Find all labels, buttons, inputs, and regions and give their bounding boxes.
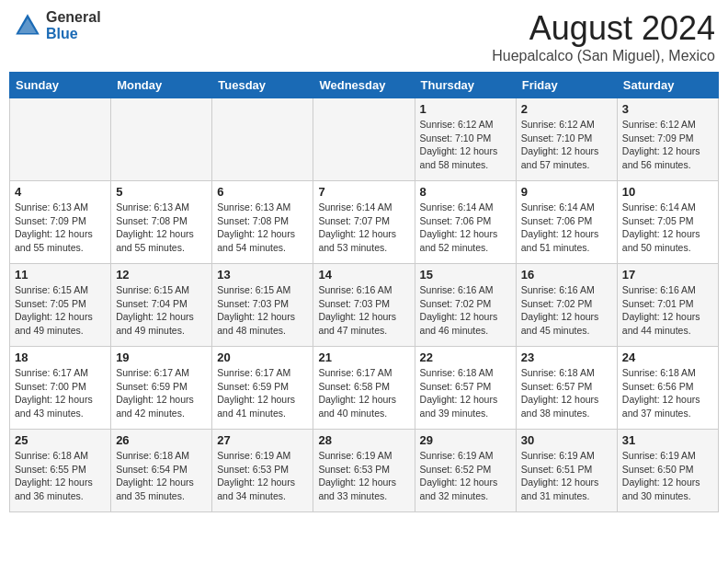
day-number: 4 xyxy=(15,185,106,199)
calendar-week-5: 25Sunrise: 6:18 AM Sunset: 6:55 PM Dayli… xyxy=(10,430,719,512)
day-info: Sunrise: 6:15 AM Sunset: 7:03 PM Dayligh… xyxy=(217,283,308,338)
day-info: Sunrise: 6:14 AM Sunset: 7:06 PM Dayligh… xyxy=(420,201,511,255)
calendar-week-4: 18Sunrise: 6:17 AM Sunset: 7:00 PM Dayli… xyxy=(10,347,719,430)
month-title: August 2024 xyxy=(492,9,715,48)
day-info: Sunrise: 6:12 AM Sunset: 7:10 PM Dayligh… xyxy=(420,118,511,172)
calendar-cell xyxy=(111,98,212,181)
logo-blue-label: Blue xyxy=(46,26,101,42)
day-info: Sunrise: 6:18 AM Sunset: 6:56 PM Dayligh… xyxy=(622,366,713,420)
calendar-week-2: 4Sunrise: 6:13 AM Sunset: 7:09 PM Daylig… xyxy=(10,181,719,264)
day-info: Sunrise: 6:17 AM Sunset: 6:59 PM Dayligh… xyxy=(217,366,308,420)
day-number: 30 xyxy=(521,433,612,447)
day-info: Sunrise: 6:17 AM Sunset: 7:00 PM Dayligh… xyxy=(15,366,106,420)
calendar-cell: 24Sunrise: 6:18 AM Sunset: 6:56 PM Dayli… xyxy=(617,347,718,430)
day-number: 9 xyxy=(521,185,612,199)
calendar-cell: 23Sunrise: 6:18 AM Sunset: 6:57 PM Dayli… xyxy=(516,347,617,430)
logo-icon xyxy=(13,11,42,40)
calendar-cell: 19Sunrise: 6:17 AM Sunset: 6:59 PM Dayli… xyxy=(111,347,212,430)
calendar-cell: 25Sunrise: 6:18 AM Sunset: 6:55 PM Dayli… xyxy=(10,430,111,512)
calendar-cell xyxy=(313,98,415,181)
title-section: August 2024 Huepalcalco (San Miguel), Me… xyxy=(492,9,715,64)
day-number: 11 xyxy=(15,268,106,282)
day-number: 21 xyxy=(318,350,409,364)
day-number: 7 xyxy=(318,185,409,199)
calendar-cell: 27Sunrise: 6:19 AM Sunset: 6:53 PM Dayli… xyxy=(212,430,313,512)
calendar-cell: 14Sunrise: 6:16 AM Sunset: 7:03 PM Dayli… xyxy=(313,264,415,347)
calendar-cell: 18Sunrise: 6:17 AM Sunset: 7:00 PM Dayli… xyxy=(10,347,111,430)
day-number: 15 xyxy=(420,268,511,282)
weekday-header-monday: Monday xyxy=(111,73,212,98)
calendar-cell: 26Sunrise: 6:18 AM Sunset: 6:54 PM Dayli… xyxy=(111,430,212,512)
day-number: 25 xyxy=(15,433,106,447)
weekday-header-saturday: Saturday xyxy=(617,73,718,98)
calendar-cell: 21Sunrise: 6:17 AM Sunset: 6:58 PM Dayli… xyxy=(313,347,415,430)
day-info: Sunrise: 6:13 AM Sunset: 7:09 PM Dayligh… xyxy=(15,201,106,255)
day-info: Sunrise: 6:13 AM Sunset: 7:08 PM Dayligh… xyxy=(116,201,207,255)
day-number: 24 xyxy=(622,350,713,364)
day-number: 16 xyxy=(521,268,612,282)
logo-text: General Blue xyxy=(46,9,101,41)
calendar-cell: 29Sunrise: 6:19 AM Sunset: 6:52 PM Dayli… xyxy=(415,430,516,512)
calendar-cell: 10Sunrise: 6:14 AM Sunset: 7:05 PM Dayli… xyxy=(617,181,718,264)
day-number: 28 xyxy=(318,433,409,447)
calendar-week-3: 11Sunrise: 6:15 AM Sunset: 7:05 PM Dayli… xyxy=(10,264,719,347)
day-info: Sunrise: 6:16 AM Sunset: 7:01 PM Dayligh… xyxy=(622,283,713,338)
day-number: 12 xyxy=(116,268,207,282)
day-number: 13 xyxy=(217,268,308,282)
weekday-header-friday: Friday xyxy=(516,73,617,98)
day-number: 17 xyxy=(622,268,713,282)
day-number: 23 xyxy=(521,350,612,364)
weekday-header-sunday: Sunday xyxy=(10,73,111,98)
day-number: 22 xyxy=(420,350,511,364)
day-number: 5 xyxy=(116,185,207,199)
day-info: Sunrise: 6:19 AM Sunset: 6:50 PM Dayligh… xyxy=(622,449,713,503)
day-info: Sunrise: 6:15 AM Sunset: 7:04 PM Dayligh… xyxy=(116,283,207,338)
calendar-week-1: 1Sunrise: 6:12 AM Sunset: 7:10 PM Daylig… xyxy=(10,98,719,181)
calendar-cell: 12Sunrise: 6:15 AM Sunset: 7:04 PM Dayli… xyxy=(111,264,212,347)
calendar-cell: 9Sunrise: 6:14 AM Sunset: 7:06 PM Daylig… xyxy=(516,181,617,264)
day-info: Sunrise: 6:19 AM Sunset: 6:53 PM Dayligh… xyxy=(217,449,308,503)
weekday-header-wednesday: Wednesday xyxy=(313,73,415,98)
calendar-cell: 11Sunrise: 6:15 AM Sunset: 7:05 PM Dayli… xyxy=(10,264,111,347)
weekday-header-thursday: Thursday xyxy=(415,73,516,98)
day-info: Sunrise: 6:18 AM Sunset: 6:57 PM Dayligh… xyxy=(521,366,612,420)
calendar-cell: 8Sunrise: 6:14 AM Sunset: 7:06 PM Daylig… xyxy=(415,181,516,264)
calendar-cell: 15Sunrise: 6:16 AM Sunset: 7:02 PM Dayli… xyxy=(415,264,516,347)
page-header: General Blue August 2024 Huepalcalco (Sa… xyxy=(9,9,719,64)
day-info: Sunrise: 6:19 AM Sunset: 6:53 PM Dayligh… xyxy=(318,449,409,503)
calendar-cell: 7Sunrise: 6:14 AM Sunset: 7:07 PM Daylig… xyxy=(313,181,415,264)
day-number: 18 xyxy=(15,350,106,364)
day-info: Sunrise: 6:19 AM Sunset: 6:52 PM Dayligh… xyxy=(420,449,511,503)
day-number: 1 xyxy=(420,102,511,116)
day-number: 19 xyxy=(116,350,207,364)
calendar-cell: 20Sunrise: 6:17 AM Sunset: 6:59 PM Dayli… xyxy=(212,347,313,430)
day-number: 2 xyxy=(521,102,612,116)
day-info: Sunrise: 6:15 AM Sunset: 7:05 PM Dayligh… xyxy=(15,283,106,338)
calendar-cell: 16Sunrise: 6:16 AM Sunset: 7:02 PM Dayli… xyxy=(516,264,617,347)
calendar-cell xyxy=(212,98,313,181)
day-number: 20 xyxy=(217,350,308,364)
day-info: Sunrise: 6:18 AM Sunset: 6:55 PM Dayligh… xyxy=(15,449,106,503)
day-number: 29 xyxy=(420,433,511,447)
logo: General Blue xyxy=(13,9,101,41)
day-number: 14 xyxy=(318,268,409,282)
calendar-cell: 1Sunrise: 6:12 AM Sunset: 7:10 PM Daylig… xyxy=(415,98,516,181)
day-info: Sunrise: 6:13 AM Sunset: 7:08 PM Dayligh… xyxy=(217,201,308,255)
day-info: Sunrise: 6:12 AM Sunset: 7:10 PM Dayligh… xyxy=(521,118,612,172)
day-info: Sunrise: 6:18 AM Sunset: 6:54 PM Dayligh… xyxy=(116,449,207,503)
day-info: Sunrise: 6:16 AM Sunset: 7:02 PM Dayligh… xyxy=(521,283,612,338)
day-info: Sunrise: 6:14 AM Sunset: 7:05 PM Dayligh… xyxy=(622,201,713,255)
calendar-cell: 2Sunrise: 6:12 AM Sunset: 7:10 PM Daylig… xyxy=(516,98,617,181)
calendar-cell: 13Sunrise: 6:15 AM Sunset: 7:03 PM Dayli… xyxy=(212,264,313,347)
weekday-header-row: SundayMondayTuesdayWednesdayThursdayFrid… xyxy=(10,73,719,98)
day-info: Sunrise: 6:12 AM Sunset: 7:09 PM Dayligh… xyxy=(622,118,713,172)
calendar-cell xyxy=(10,98,111,181)
logo-general-label: General xyxy=(46,9,101,26)
day-info: Sunrise: 6:17 AM Sunset: 6:59 PM Dayligh… xyxy=(116,366,207,420)
day-info: Sunrise: 6:18 AM Sunset: 6:57 PM Dayligh… xyxy=(420,366,511,420)
weekday-header-tuesday: Tuesday xyxy=(212,73,313,98)
calendar-cell: 31Sunrise: 6:19 AM Sunset: 6:50 PM Dayli… xyxy=(617,430,718,512)
day-info: Sunrise: 6:17 AM Sunset: 6:58 PM Dayligh… xyxy=(318,366,409,420)
day-info: Sunrise: 6:14 AM Sunset: 7:07 PM Dayligh… xyxy=(318,201,409,255)
day-number: 27 xyxy=(217,433,308,447)
